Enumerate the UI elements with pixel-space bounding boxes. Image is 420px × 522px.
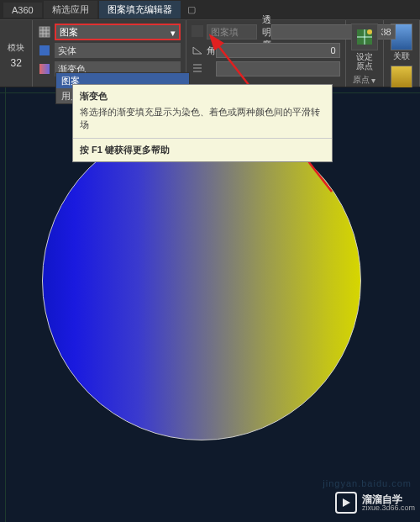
- hatch-type-value: 图案: [60, 26, 78, 39]
- watermark-faint: jingyan.baidu.com: [323, 478, 412, 488]
- row-solid[interactable]: 实体: [55, 43, 180, 58]
- pattern-icon: [38, 25, 51, 39]
- gradient-row-icon: [38, 62, 51, 76]
- origin-panel: 设定 原点 原点▾: [346, 20, 384, 87]
- svg-point-5: [367, 29, 372, 34]
- angle-input[interactable]: [216, 43, 340, 58]
- spacing-input[interactable]: [216, 61, 340, 76]
- left-panel: 模块 32: [0, 20, 33, 87]
- fill-disabled-box: 图案填: [207, 24, 257, 40]
- top-tabs: A360 精选应用 图案填充编辑器 ▢: [0, 0, 420, 20]
- origin-panel-label: 原点▾: [346, 74, 383, 86]
- tooltip: 渐变色 将选择的渐变填充显示为染色、着色或两种颜色间的平滑转场 按 F1 键获得…: [72, 84, 333, 162]
- svg-rect-0: [39, 27, 50, 37]
- tab-hatch-editor[interactable]: 图案填充编辑器: [99, 1, 181, 18]
- tooltip-body: 将选择的渐变填充显示为染色、着色或两种颜色间的平滑转场: [73, 106, 332, 138]
- hatch-type-dropdown[interactable]: 图案 ▾: [55, 24, 180, 40]
- watermark: 溜溜自学 zixue.3d66.com: [335, 492, 415, 514]
- hatch-props-panel: 图案填 透明度 角: [186, 20, 346, 87]
- left-label-module: 模块: [8, 42, 24, 54]
- tooltip-footer: 按 F1 键获得更多帮助: [73, 139, 332, 161]
- tab-close-icon[interactable]: ▢: [187, 4, 196, 15]
- svg-rect-2: [39, 64, 50, 74]
- svg-rect-3: [192, 25, 203, 37]
- tab-hatch-editor-label: 图案填充编辑器: [108, 4, 172, 14]
- svg-rect-1: [39, 45, 50, 55]
- set-origin-label: 设定 原点: [356, 52, 373, 71]
- angle-label: 角: [207, 45, 216, 57]
- chevron-down-icon: ▾: [371, 76, 375, 85]
- play-icon: [335, 492, 357, 514]
- tab-apps[interactable]: 精选应用: [44, 1, 97, 18]
- tooltip-title: 渐变色: [73, 85, 332, 106]
- angle-icon: [192, 44, 203, 57]
- set-origin-button[interactable]: [351, 24, 378, 50]
- spacing-icon: [192, 62, 203, 76]
- swatch-icon: [192, 25, 203, 39]
- tab-a360[interactable]: A360: [3, 3, 42, 18]
- watermark-brand: 溜溜自学: [362, 494, 415, 504]
- axis-vertical: [5, 87, 6, 522]
- left-value-32: 32: [11, 57, 22, 69]
- gradient-circle-object[interactable]: [42, 121, 361, 440]
- chevron-down-icon: ▾: [171, 28, 176, 39]
- watermark-url: zixue.3d66.com: [362, 504, 415, 512]
- solid-icon: [38, 44, 51, 57]
